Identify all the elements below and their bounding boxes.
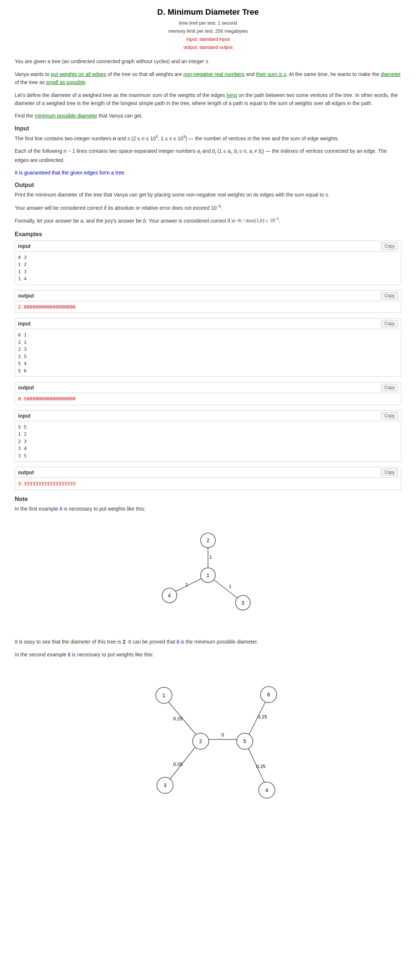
node2-2-label: 2 (199, 738, 202, 744)
output-p2: Your answer will be considered correct i… (15, 204, 401, 212)
example-3-input-label: input (18, 413, 30, 419)
input-p3: It is guaranteed that the given edges fo… (15, 169, 401, 177)
example-3-output-content: 3.333333333333333333 (15, 478, 401, 490)
output-p1: Print the minimum diameter of the tree t… (15, 191, 401, 199)
example-3-input-header: input Copy (15, 410, 401, 421)
example-1-input-header: input Copy (15, 241, 401, 251)
node2-3-label: 3 (164, 783, 166, 788)
node2-6-label: 6 (267, 692, 270, 698)
memory-limit: memory limit per test: 256 megabytes (15, 27, 401, 35)
example-2-output-content: 0.500000000000000000 (15, 393, 401, 405)
example-2-input-label: input (18, 321, 30, 326)
input-type: input: standard input (15, 35, 401, 43)
meta-info: time limit per test: 1 second memory lim… (15, 19, 401, 51)
example-1: input Copy 4 3 1 2 1 3 1 4 (15, 240, 401, 285)
example-3-input-copy-button[interactable]: Copy (381, 412, 398, 420)
example-2-output-header: output Copy (15, 382, 401, 393)
note-p3: In the second example it is necessary to… (15, 651, 401, 659)
edge-label-1-3: 1 (229, 584, 231, 589)
edge-label-2-1: 1 (209, 554, 212, 560)
node2-5-label: 5 (243, 738, 246, 744)
example-1-input-content: 4 3 1 2 1 3 1 4 (15, 251, 401, 285)
example-1-input-copy-button[interactable]: Copy (381, 242, 398, 250)
example-3-input-content: 5 5 1 2 2 3 3 4 3 5 (15, 421, 401, 462)
output-section-title: Output (15, 182, 401, 188)
problem-p1: Vanya wants to put weights on all edges … (15, 70, 401, 87)
edge2-label-5-4: 0.25 (256, 764, 265, 769)
node-1-label: 1 (207, 572, 209, 578)
example-3: input Copy 5 5 1 2 2 3 3 4 3 5 (15, 410, 401, 462)
page-title: D. Minimum Diameter Tree (15, 7, 401, 17)
edge2-label-5-6: 0.25 (258, 714, 267, 719)
node-2-label: 2 (207, 538, 209, 543)
input-p1: The first line contains two integer numb… (15, 134, 401, 143)
example-1-output-content: 2.000000000000000000 (15, 301, 401, 313)
edge2-label-2-5: 0 (221, 732, 224, 738)
example-1-output-copy-button[interactable]: Copy (381, 292, 398, 299)
example-2-output: output Copy 0.500000000000000000 (15, 382, 401, 405)
example-2-input-copy-button[interactable]: Copy (381, 320, 398, 327)
example-1-output-header: output Copy (15, 291, 401, 301)
edge2-label-2-3: 0.25 (173, 762, 182, 767)
input-p2: Each of the following n − 1 lines contai… (15, 147, 401, 164)
example-1-output-label: output (18, 293, 34, 299)
example-3-output-label: output (18, 469, 34, 475)
example-2-output-copy-button[interactable]: Copy (381, 384, 398, 391)
note-section: Note In the first example it is necessar… (15, 496, 401, 813)
example-1-output: output Copy 2.000000000000000000 (15, 290, 401, 313)
note-title: Note (15, 496, 401, 503)
tree-diagram-1: 1 1 1 2 1 4 3 (15, 520, 401, 630)
example-3-output-copy-button[interactable]: Copy (381, 469, 398, 476)
node2-4-label: 4 (265, 787, 268, 793)
problem-p2: Let's define the diameter of a weighed t… (15, 91, 401, 108)
tree-svg-2: 0.25 0 0.25 0.25 0.25 1 2 5 6 3 4 (98, 666, 318, 813)
node-4-label: 4 (168, 592, 171, 598)
example-2-input-content: 6 1 2 1 2 3 2 5 5 4 5 6 (15, 329, 401, 377)
problem-p3: Find the minimum possible diameter that … (15, 112, 401, 120)
tree-svg-1: 1 1 1 2 1 4 3 (116, 520, 300, 630)
examples-title: Examples (15, 231, 401, 238)
node2-1-label: 1 (163, 692, 165, 698)
tree-diagram-2: 0.25 0 0.25 0.25 0.25 1 2 5 6 3 4 (15, 666, 401, 813)
example-2: input Copy 6 1 2 1 2 3 2 5 5 4 5 6 (15, 318, 401, 377)
output-type: output: standard output (15, 43, 401, 51)
time-limit: time limit per test: 1 second (15, 19, 401, 27)
example-3-output: output Copy 3.333333333333333333 (15, 467, 401, 490)
example-2-input-header: input Copy (15, 318, 401, 329)
example-3-output-header: output Copy (15, 467, 401, 478)
input-section-title: Input (15, 125, 401, 132)
edge-label-1-4: 1 (185, 582, 188, 587)
edge2-label-1-2: 0.25 (173, 716, 182, 721)
example-2-output-label: output (18, 385, 34, 390)
example-1-input-label: input (18, 243, 30, 249)
note-p2: It is easy to see that the diameter of t… (15, 638, 401, 646)
node-3-label: 3 (241, 600, 244, 606)
problem-intro: You are given a tree (an undirected conn… (15, 57, 401, 65)
note-p1: In the first example it is necessary to … (15, 505, 401, 513)
output-p3: Formally, let your answer be a, and the … (15, 216, 401, 225)
